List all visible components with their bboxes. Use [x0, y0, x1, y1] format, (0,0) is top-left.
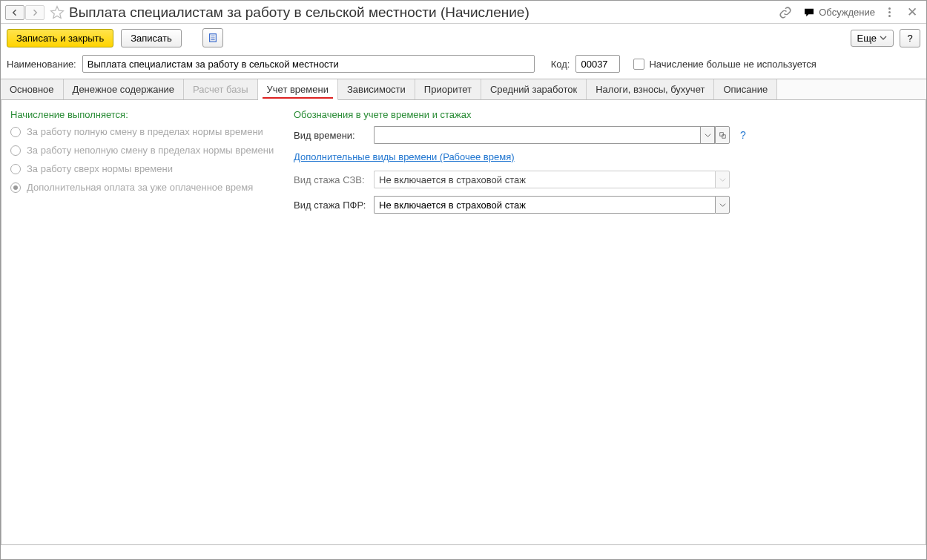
tab-расчет-базы: Расчет базы — [184, 79, 258, 99]
nav-back-button[interactable] — [5, 5, 24, 20]
titlebar: Выплата специалистам за работу в сельско… — [1, 1, 926, 24]
svg-rect-4 — [719, 132, 723, 136]
radio-icon — [10, 127, 21, 137]
right-column: Обозначения в учете времени и стажах Вид… — [294, 109, 917, 221]
time-type-label: Вид времени: — [294, 130, 368, 141]
discussion-label: Обсуждение — [819, 7, 875, 18]
tab-основное[interactable]: Основное — [1, 79, 64, 99]
tab-денежное-содержание[interactable]: Денежное содержание — [64, 79, 184, 99]
page-title: Выплата специалистам за работу в сельско… — [69, 4, 530, 21]
unused-checkbox[interactable] — [633, 59, 644, 70]
kebab-menu-icon[interactable] — [885, 4, 894, 20]
discussion-button[interactable]: Обсуждение — [802, 6, 875, 19]
unused-label: Начисление больше не используется — [649, 59, 816, 70]
code-input[interactable] — [575, 55, 620, 73]
radio-icon — [10, 145, 21, 156]
radio-option: За работу полную смену в пределах нормы … — [10, 126, 285, 137]
chevron-down-icon — [715, 171, 730, 188]
radio-label: За работу неполную смену в пределах норм… — [27, 145, 274, 156]
open-ref-icon[interactable] — [715, 126, 730, 144]
fields-row: Наименование: Код: Начисление больше не … — [1, 52, 926, 79]
save-button[interactable]: Записать — [121, 29, 182, 47]
radio-option: За работу неполную смену в пределах норм… — [10, 145, 285, 156]
extra-time-types-link[interactable]: Дополнительные виды времени (Рабочее вре… — [294, 151, 515, 163]
close-icon[interactable]: ✕ — [904, 3, 920, 22]
more-menu-button[interactable]: Еще — [851, 30, 894, 47]
radio-option: За работу сверх нормы времени — [10, 163, 285, 174]
left-column: Начисление выполняется: За работу полную… — [10, 109, 285, 221]
radio-icon — [10, 164, 21, 174]
report-icon-button[interactable] — [202, 28, 223, 47]
right-section-title: Обозначения в учете времени и стажах — [294, 109, 917, 120]
content-frame: Начисление выполняется: За работу полную… — [1, 100, 926, 545]
unused-checkbox-wrap[interactable]: Начисление больше не используется — [633, 59, 816, 70]
tabs: ОсновноеДенежное содержаниеРасчет базыУч… — [1, 79, 926, 100]
link-icon[interactable] — [779, 6, 792, 19]
tab-средний-заработок[interactable]: Средний заработок — [481, 79, 587, 99]
tab-описание[interactable]: Описание — [714, 79, 777, 99]
pfr-label: Вид стажа ПФР: — [294, 200, 368, 211]
radio-label: За работу сверх нормы времени — [27, 163, 173, 174]
tab-зависимости[interactable]: Зависимости — [338, 79, 415, 99]
chevron-down-icon[interactable] — [700, 126, 715, 144]
szv-label: Вид стажа СЗВ: — [294, 174, 368, 185]
tab-учет-времени[interactable]: Учет времени — [258, 79, 338, 100]
tab-налоги-взносы-бухучет[interactable]: Налоги, взносы, бухучет — [587, 79, 714, 99]
time-type-input[interactable] — [374, 126, 700, 144]
help-button[interactable]: ? — [900, 29, 920, 47]
radio-icon — [10, 182, 21, 193]
chevron-down-icon[interactable] — [715, 196, 730, 214]
favorite-star-icon[interactable] — [48, 4, 66, 22]
help-question-icon[interactable]: ? — [740, 129, 746, 141]
more-label: Еще — [857, 33, 877, 44]
save-close-button[interactable]: Записать и закрыть — [7, 29, 113, 47]
pfr-input[interactable] — [374, 196, 715, 214]
name-label: Наименование: — [7, 59, 76, 70]
szv-input — [374, 171, 715, 188]
code-label: Код: — [551, 59, 570, 70]
radio-option: Дополнительная оплата за уже оплаченное … — [10, 182, 285, 193]
nav-forward-button[interactable] — [25, 5, 44, 20]
radio-label: Дополнительная оплата за уже оплаченное … — [27, 182, 253, 193]
tab-приоритет[interactable]: Приоритет — [415, 79, 481, 99]
radio-label: За работу полную смену в пределах нормы … — [27, 126, 263, 137]
name-input[interactable] — [82, 55, 535, 73]
tab-content: Начисление выполняется: За работу полную… — [1, 100, 926, 230]
time-type-combo[interactable] — [374, 126, 730, 144]
szv-combo — [374, 171, 730, 188]
app-window: Выплата специалистам за работу в сельско… — [0, 0, 927, 560]
pfr-combo[interactable] — [374, 196, 730, 214]
toolbar: Записать и закрыть Записать Еще ? — [1, 24, 926, 52]
left-section-title: Начисление выполняется: — [10, 109, 285, 120]
